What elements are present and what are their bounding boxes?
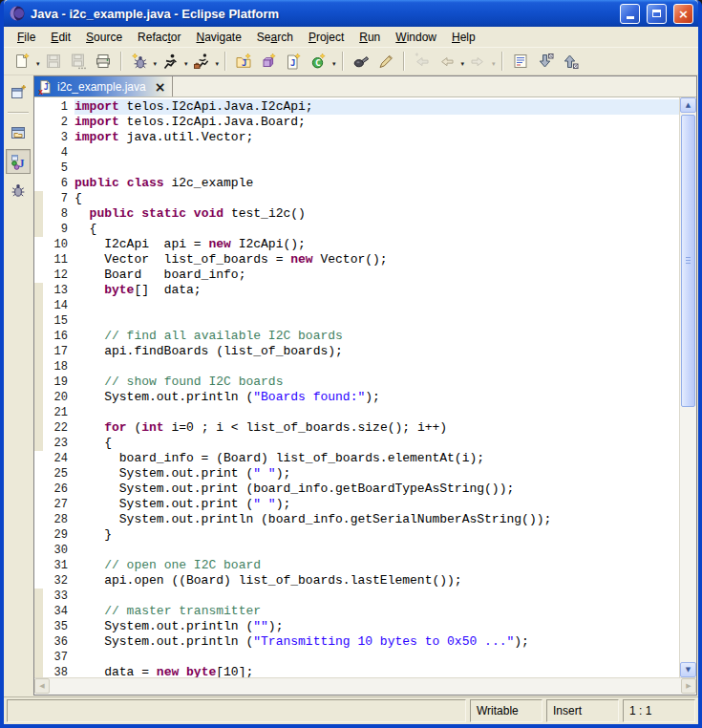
annotation-ruler-cell [34, 466, 43, 482]
code-text[interactable]: System.out.println (board_info.getSerial… [74, 512, 679, 527]
save-icon [45, 53, 62, 70]
debug-button[interactable] [127, 50, 152, 73]
code-text[interactable]: import telos.I2cApi.Java.Board; [74, 115, 679, 130]
code-line: 13 byte[] data; [34, 283, 679, 298]
new-package-icon [260, 53, 277, 70]
print-button[interactable] [91, 50, 116, 73]
code-text[interactable]: // show found I2C boards [74, 375, 679, 390]
code-text[interactable]: System.out.print (" "); [74, 497, 679, 512]
external-tools-button[interactable] [189, 50, 214, 73]
maximize-button[interactable] [647, 4, 667, 24]
vertical-scrollbar-thumb[interactable] [681, 115, 695, 407]
code-text[interactable] [74, 145, 679, 161]
menu-project[interactable]: Project [301, 29, 351, 46]
scroll-down-button[interactable]: ▼ [680, 662, 696, 677]
next-annotation-button[interactable] [533, 50, 558, 73]
new-type-dropdown-icon[interactable]: ▾ [332, 60, 336, 68]
code-text[interactable]: System.out.print (" "); [74, 466, 679, 482]
code-text[interactable]: System.out.println ("Transmitting 10 byt… [74, 634, 679, 650]
external-tools-icon [193, 53, 210, 70]
code-text[interactable] [74, 161, 679, 176]
annotation-ruler-cell [34, 543, 43, 558]
run-button[interactable] [158, 50, 182, 73]
code-text[interactable] [74, 359, 679, 375]
java-perspective-button[interactable]: J [6, 149, 31, 174]
code-text[interactable] [74, 298, 679, 313]
tab-close-icon[interactable]: × [155, 80, 166, 94]
code-text[interactable]: } [74, 527, 679, 543]
menu-help[interactable]: Help [444, 29, 483, 46]
menu-refactor[interactable]: Refactor [130, 29, 188, 46]
menu-navigate[interactable]: Navigate [188, 29, 248, 46]
code-text[interactable]: api.findBoards (list_of_boards); [74, 344, 679, 359]
scroll-up-button[interactable]: ▲ [680, 97, 696, 113]
code-text[interactable] [74, 650, 679, 665]
code-text[interactable]: Board board_info; [74, 268, 679, 283]
code-text[interactable]: for (int i=0 ; i < list_of_boards.size()… [74, 420, 679, 436]
menu-window[interactable]: Window [388, 29, 444, 46]
highlighter-button[interactable] [373, 50, 398, 73]
code-text[interactable]: data = new byte[10]; [74, 665, 679, 677]
annotation-ruler-cell [34, 451, 43, 466]
code-text[interactable]: board_info = (Board) list_of_boards.elem… [74, 451, 679, 466]
annotation-ruler-cell [34, 359, 43, 375]
annotation-ruler-cell [34, 145, 43, 161]
new-wizard-dropdown-icon[interactable]: ▾ [36, 60, 40, 68]
line-number: 30 [43, 543, 74, 558]
new-type-button[interactable]: C [306, 50, 330, 73]
code-text[interactable]: System.out.println (""); [74, 619, 679, 634]
code-text[interactable]: // open one I2C board [74, 558, 679, 573]
code-text[interactable]: I2cApi api = new I2cApi(); [74, 237, 679, 252]
code-text[interactable]: // master transmitter [74, 604, 679, 619]
tasks-button[interactable] [508, 50, 533, 73]
code-text[interactable]: public class i2c_example [74, 176, 679, 191]
menu-search[interactable]: Search [249, 29, 301, 46]
back-button[interactable] [435, 50, 459, 73]
code-text[interactable] [74, 313, 679, 329]
line-number: 21 [43, 405, 74, 420]
menu-file[interactable]: File [10, 29, 43, 46]
search-button[interactable] [349, 50, 373, 73]
code-line: 34 // master transmitter [34, 604, 679, 619]
new-package-button[interactable] [256, 50, 281, 73]
code-text[interactable]: api.open ((Board) list_of_boards.lastEle… [74, 573, 679, 589]
new-java-project-button[interactable]: J [231, 50, 256, 73]
code-text[interactable]: Vector list_of_boards = new Vector(); [74, 252, 679, 268]
code-text[interactable]: import java.util.Vector; [74, 130, 679, 145]
debug-perspective-button[interactable] [6, 178, 31, 203]
code-text[interactable] [74, 589, 679, 604]
code-text[interactable]: { [74, 191, 679, 206]
code-text[interactable]: { [74, 222, 679, 237]
minimize-button[interactable] [620, 4, 640, 24]
debug-dropdown-icon[interactable]: ▾ [154, 60, 158, 68]
previous-annotation-button[interactable] [558, 50, 583, 73]
new-class-button[interactable]: J [281, 50, 306, 73]
code-text[interactable]: { [74, 436, 679, 451]
run-dropdown-icon[interactable]: ▾ [184, 60, 188, 68]
code-text[interactable]: import telos.I2cApi.Java.I2cApi; [74, 99, 679, 115]
code-text[interactable]: // find all available I2C boards [74, 329, 679, 344]
close-button[interactable]: × [673, 4, 693, 24]
code-text[interactable]: public static void test_i2c() [74, 206, 679, 222]
code-text[interactable] [74, 405, 679, 420]
code-line: 30 [34, 543, 679, 558]
menu-source[interactable]: Source [78, 29, 130, 46]
eclipse-logo-icon[interactable] [9, 5, 26, 22]
code-text[interactable]: System.out.print (board_info.getBoardTyp… [74, 482, 679, 497]
code-text[interactable] [74, 543, 679, 558]
svg-text:J: J [242, 58, 246, 68]
menu-run[interactable]: Run [351, 29, 388, 46]
menu-edit[interactable]: Edit [43, 29, 78, 46]
code-line: 5 [34, 161, 679, 176]
code-text[interactable]: byte[] data; [74, 283, 679, 298]
line-number: 12 [43, 268, 74, 283]
toolbar: ▾▾▾▾JJC▾*▾▾ [4, 47, 698, 75]
line-number: 13 [43, 283, 74, 298]
tab-i2c-example[interactable]: J x i2c_example.java × [34, 76, 173, 96]
resource-perspective-button[interactable] [6, 120, 31, 145]
open-perspective-button[interactable] [6, 80, 31, 105]
back-dropdown-icon[interactable]: ▾ [461, 60, 465, 68]
external-tools-dropdown-icon[interactable]: ▾ [216, 60, 220, 68]
new-wizard-button[interactable] [10, 50, 34, 73]
code-text[interactable]: System.out.println ("Boards found:"); [74, 390, 679, 405]
